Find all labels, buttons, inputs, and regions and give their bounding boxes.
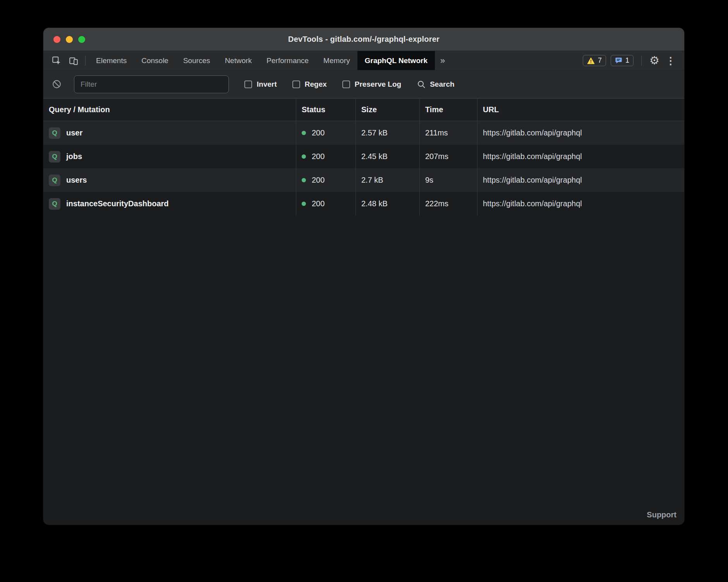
more-tabs-chevron-icon[interactable]: »	[435, 51, 450, 70]
settings-gear-icon[interactable]: ⚙	[649, 55, 659, 66]
tab-performance[interactable]: Performance	[259, 51, 316, 70]
tab-network[interactable]: Network	[218, 51, 259, 70]
status-ok-icon	[302, 202, 306, 206]
warnings-badge[interactable]: 7	[583, 55, 606, 66]
clear-requests-icon[interactable]	[52, 79, 62, 89]
checkbox-box[interactable]	[244, 80, 252, 88]
issues-badge[interactable]: 1	[611, 55, 634, 66]
invert-checkbox[interactable]: Invert	[244, 80, 277, 89]
status-cell: 200	[296, 168, 355, 192]
warnings-count: 7	[598, 56, 602, 65]
issues-count: 1	[625, 56, 629, 65]
status-code: 200	[312, 152, 325, 161]
time-cell: 222ms	[419, 192, 477, 216]
tab-console[interactable]: Console	[134, 51, 176, 70]
table-header-row: Query / Mutation Status Size Time URL	[43, 98, 684, 121]
zoom-window-button[interactable]	[78, 36, 85, 43]
search-button[interactable]: Search	[417, 80, 454, 89]
status-cell: 200	[296, 192, 355, 216]
status-code: 200	[312, 176, 325, 185]
preserve-log-checkbox[interactable]: Preserve Log	[342, 80, 401, 89]
checkbox-box[interactable]	[342, 80, 350, 88]
checkbox-label: Regex	[305, 80, 327, 89]
table-row[interactable]: Q jobs 200 2.45 kB 207ms https://gitlab.…	[43, 145, 684, 168]
query-name: user	[66, 128, 82, 137]
time-cell: 207ms	[419, 145, 477, 168]
checkbox-box[interactable]	[292, 80, 300, 88]
query-type-badge: Q	[49, 198, 60, 210]
warning-icon	[587, 57, 595, 64]
regex-checkbox[interactable]: Regex	[292, 80, 327, 89]
status-cell: 200	[296, 121, 355, 145]
query-cell: Q user	[43, 121, 296, 145]
status-code: 200	[312, 128, 325, 137]
size-cell: 2.45 kB	[355, 145, 419, 168]
inspect-element-icon[interactable]	[48, 51, 65, 70]
query-cell: Q users	[43, 168, 296, 192]
search-icon	[417, 80, 426, 89]
column-header-size[interactable]: Size	[355, 99, 419, 121]
tabbar-right-controls: 7 1 ⚙ ⋮	[583, 51, 684, 70]
support-link[interactable]: Support	[647, 510, 676, 519]
column-header-url[interactable]: URL	[477, 99, 684, 121]
time-cell: 211ms	[419, 121, 477, 145]
tab-elements[interactable]: Elements	[89, 51, 134, 70]
column-header-query[interactable]: Query / Mutation	[43, 99, 296, 121]
query-cell: Q instanceSecurityDashboard	[43, 192, 296, 216]
size-cell: 2.57 kB	[355, 121, 419, 145]
requests-table: Query / Mutation Status Size Time URL Q …	[43, 98, 684, 525]
query-cell: Q jobs	[43, 145, 296, 168]
status-code: 200	[312, 199, 325, 208]
tab-graphql-network[interactable]: GraphQL Network	[357, 51, 435, 70]
time-cell: 9s	[419, 168, 477, 192]
status-ok-icon	[302, 178, 306, 182]
issues-icon	[615, 57, 622, 64]
query-name: jobs	[66, 152, 82, 161]
url-cell: https://gitlab.com/api/graphql	[477, 121, 684, 145]
query-type-badge: Q	[49, 175, 60, 186]
window-title: DevTools - gitlab.com/-/graphql-explorer	[288, 35, 440, 44]
tab-memory[interactable]: Memory	[316, 51, 357, 70]
device-toolbar-icon[interactable]	[65, 51, 82, 70]
status-ok-icon	[302, 154, 306, 159]
query-type-badge: Q	[49, 127, 60, 139]
toolbar-divider	[641, 56, 642, 66]
traffic-lights	[53, 28, 85, 51]
table-row[interactable]: Q users 200 2.7 kB 9s https://gitlab.com…	[43, 168, 684, 192]
status-cell: 200	[296, 145, 355, 168]
checkbox-label: Preserve Log	[355, 80, 401, 89]
filter-input[interactable]	[74, 75, 229, 93]
table-row[interactable]: Q user 200 2.57 kB 211ms https://gitlab.…	[43, 121, 684, 145]
size-cell: 2.48 kB	[355, 192, 419, 216]
query-name: users	[66, 176, 87, 185]
tab-sources[interactable]: Sources	[176, 51, 218, 70]
devtools-tab-bar: Elements Console Sources Network Perform…	[43, 51, 684, 70]
query-type-badge: Q	[49, 151, 60, 163]
url-cell: https://gitlab.com/api/graphql	[477, 192, 684, 216]
query-name: instanceSecurityDashboard	[66, 199, 169, 208]
size-cell: 2.7 kB	[355, 168, 419, 192]
column-header-status[interactable]: Status	[296, 99, 355, 121]
url-cell: https://gitlab.com/api/graphql	[477, 145, 684, 168]
toolbar-divider	[85, 56, 86, 66]
minimize-window-button[interactable]	[66, 36, 73, 43]
table-row[interactable]: Q instanceSecurityDashboard 200 2.48 kB …	[43, 192, 684, 216]
search-label: Search	[430, 80, 454, 89]
devtools-window: DevTools - gitlab.com/-/graphql-explorer…	[43, 28, 684, 525]
column-header-time[interactable]: Time	[419, 99, 477, 121]
more-options-icon[interactable]: ⋮	[664, 56, 677, 66]
status-ok-icon	[302, 131, 306, 135]
titlebar: DevTools - gitlab.com/-/graphql-explorer	[43, 28, 684, 51]
checkbox-label: Invert	[257, 80, 277, 89]
url-cell: https://gitlab.com/api/graphql	[477, 168, 684, 192]
filter-toolbar: Invert Regex Preserve Log Search	[43, 70, 684, 98]
close-window-button[interactable]	[53, 36, 60, 43]
